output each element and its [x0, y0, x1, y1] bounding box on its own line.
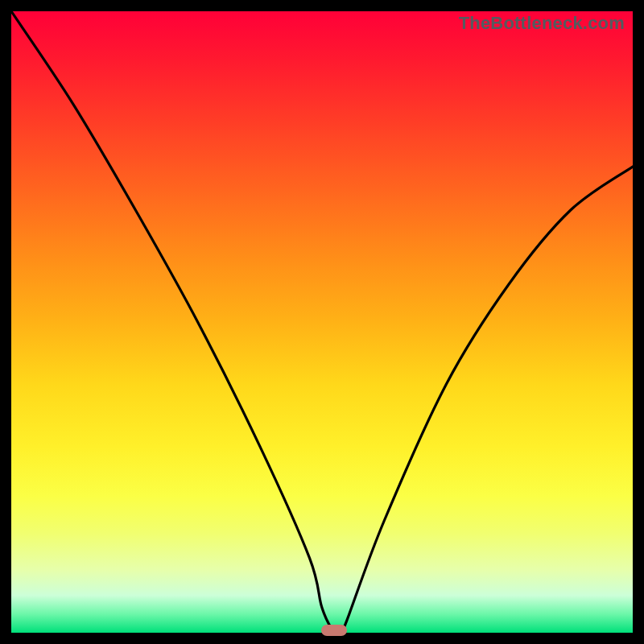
bottleneck-curve: [11, 11, 633, 633]
plot-area: TheBottleneck.com: [11, 11, 633, 633]
chart-frame: TheBottleneck.com: [0, 0, 644, 644]
curve-path: [11, 11, 633, 633]
optimal-marker: [321, 625, 347, 636]
